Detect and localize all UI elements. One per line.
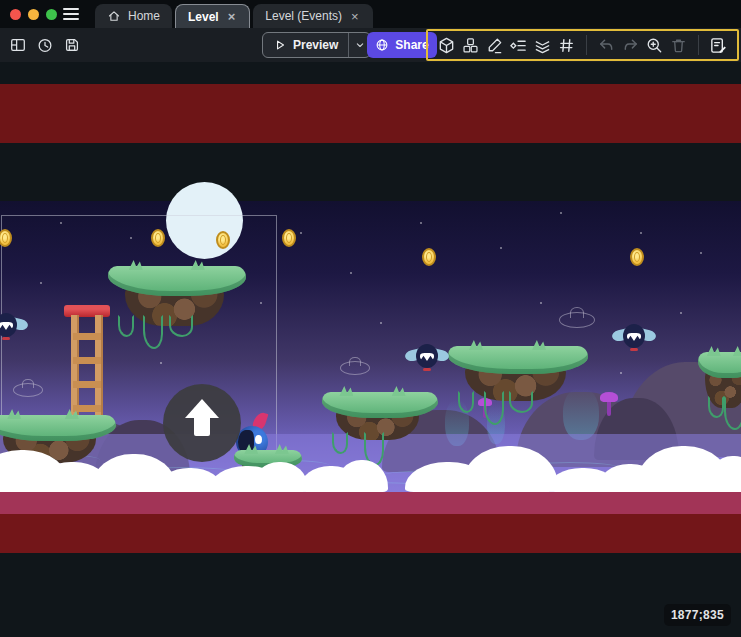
- instances-list-icon[interactable]: [507, 32, 530, 58]
- ufo-outline-instance[interactable]: [340, 361, 370, 375]
- coin-inner-ring: [634, 252, 640, 262]
- coin-inner-ring: [155, 233, 161, 243]
- chevron-down-icon: [354, 39, 366, 51]
- panels-icon[interactable]: [6, 32, 29, 58]
- up-arrow-icon: [185, 399, 219, 418]
- player-eye: [255, 435, 262, 444]
- bat-claws: [2, 337, 10, 340]
- scene-pink-band: [0, 492, 741, 514]
- toolbar-divider: [586, 35, 587, 55]
- toolbar-divider: [698, 35, 699, 55]
- star: [680, 312, 682, 314]
- edit-note-icon[interactable]: [707, 32, 730, 58]
- star: [620, 372, 622, 374]
- coin-instance[interactable]: [151, 229, 165, 247]
- star: [540, 302, 542, 304]
- coin-inner-ring: [220, 235, 226, 245]
- ladder-instance[interactable]: [64, 305, 110, 421]
- scene-canvas[interactable]: 1877;835: [0, 62, 741, 637]
- island-vine: [169, 315, 193, 337]
- layers-icon[interactable]: [531, 32, 554, 58]
- island-vine: [724, 396, 741, 430]
- star: [420, 222, 422, 224]
- ladder-rung: [73, 333, 101, 340]
- edit-pencil-icon[interactable]: [483, 32, 506, 58]
- coin-instance[interactable]: [422, 248, 436, 266]
- ladder-rung: [73, 381, 101, 388]
- coin-inner-ring: [286, 233, 292, 243]
- bat-enemy-instance[interactable]: [612, 324, 656, 354]
- island-vine: [118, 315, 134, 337]
- bat-enemy-instance[interactable]: [405, 344, 449, 374]
- toolbar-left-group: [6, 28, 83, 62]
- tab-label: Home: [128, 9, 160, 23]
- tab-bar: Home Level × Level (Events) ×: [95, 0, 376, 28]
- ladder-rung: [73, 357, 101, 364]
- globe-icon: [375, 38, 389, 52]
- island-vine: [509, 391, 533, 413]
- star: [300, 232, 302, 234]
- tab-close-icon[interactable]: ×: [226, 9, 238, 24]
- tab-label: Level (Events): [265, 9, 342, 23]
- grid-icon[interactable]: [555, 32, 578, 58]
- tab-close-icon[interactable]: ×: [349, 9, 361, 24]
- preview-button[interactable]: Preview: [263, 33, 348, 57]
- star: [560, 212, 562, 214]
- star: [500, 247, 502, 249]
- toolbar: Preview Share: [0, 28, 741, 62]
- close-window-button[interactable]: [10, 9, 21, 20]
- ufo-dome: [349, 357, 360, 367]
- app-window: Home Level × Level (Events) ×: [0, 0, 741, 637]
- scene-tools-highlight-box: [426, 29, 739, 61]
- minimize-window-button[interactable]: [28, 9, 39, 20]
- object-groups-icon[interactable]: [459, 32, 482, 58]
- island-vine: [143, 315, 163, 349]
- ufo-dome: [22, 379, 33, 389]
- coin-inner-ring: [426, 252, 432, 262]
- scene-bottom-red-band: [0, 514, 741, 553]
- preview-label: Preview: [293, 38, 338, 52]
- tab-level[interactable]: Level ×: [175, 4, 250, 28]
- coin-instance[interactable]: [216, 231, 230, 249]
- cursor-coordinates-badge: 1877;835: [664, 604, 731, 626]
- window-controls: [10, 9, 57, 20]
- play-icon: [273, 38, 287, 52]
- bat-enemy-instance[interactable]: [0, 313, 28, 343]
- coin-instance[interactable]: [282, 229, 296, 247]
- coin-inner-ring: [2, 233, 8, 243]
- zoom-window-button[interactable]: [46, 9, 57, 20]
- island-vine: [332, 432, 348, 454]
- preview-button-group: Preview: [262, 32, 371, 58]
- island-platform-instance[interactable]: [448, 346, 588, 446]
- trash-icon[interactable]: [667, 32, 690, 58]
- share-label: Share: [395, 38, 428, 52]
- tab-home[interactable]: Home: [95, 4, 172, 28]
- history-icon[interactable]: [33, 32, 56, 58]
- star: [700, 252, 702, 254]
- island-grass: [322, 392, 438, 418]
- undo-icon[interactable]: [595, 32, 618, 58]
- bat-claws: [630, 348, 638, 351]
- save-icon[interactable]: [60, 32, 83, 58]
- redo-icon[interactable]: [619, 32, 642, 58]
- island-vine: [484, 391, 504, 425]
- ufo-outline-instance[interactable]: [13, 383, 43, 397]
- objects-cube-icon[interactable]: [435, 32, 458, 58]
- island-platform-instance[interactable]: [698, 352, 741, 452]
- mushroom-instance[interactable]: [600, 392, 618, 420]
- zoom-in-icon[interactable]: [643, 32, 666, 58]
- star: [380, 322, 382, 324]
- tab-level-events[interactable]: Level (Events) ×: [253, 4, 372, 28]
- main-menu-icon[interactable]: [63, 8, 79, 20]
- coin-instance[interactable]: [630, 248, 644, 266]
- jump-control-button[interactable]: [163, 384, 241, 462]
- scene-top-red-band: [0, 84, 741, 143]
- star: [350, 272, 352, 274]
- ufo-dome: [570, 307, 584, 318]
- ladder-rung: [73, 405, 101, 412]
- ufo-outline-instance[interactable]: [559, 312, 595, 328]
- up-arrow-stem: [194, 418, 210, 436]
- island-platform-instance[interactable]: [108, 266, 246, 372]
- bat-claws: [423, 368, 431, 371]
- mushroom-cap: [600, 392, 618, 402]
